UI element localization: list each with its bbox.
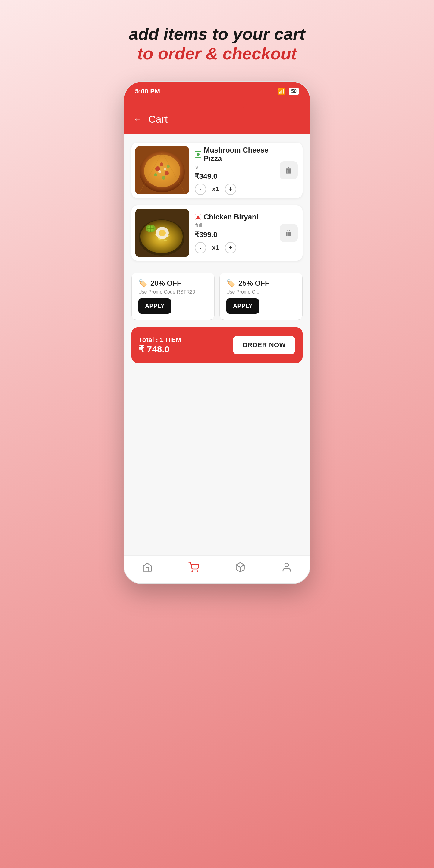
pizza-image-art — [135, 146, 189, 194]
status-time: 5:00 PM — [135, 87, 160, 95]
biryani-variant: full — [195, 222, 278, 229]
svg-point-8 — [162, 176, 165, 180]
svg-point-2 — [144, 155, 180, 187]
item-image-biryani — [135, 209, 189, 257]
svg-point-6 — [154, 173, 157, 176]
biryani-qty-value: x1 — [211, 244, 220, 251]
veg-dot — [196, 153, 199, 156]
biryani-qty-decrease[interactable]: - — [195, 242, 206, 253]
pizza-qty-decrease[interactable]: - — [195, 184, 206, 195]
back-button[interactable]: ← — [133, 114, 142, 124]
promo-code-text-2: Use Promo C... — [226, 289, 296, 295]
nonveg-indicator — [195, 214, 201, 220]
item-details-biryani: Chicken Biryani full ₹399.0 - x1 + — [193, 210, 280, 256]
biryani-price: ₹399.0 — [195, 230, 278, 239]
total-info: Total : 1 ITEM ₹ 748.0 — [138, 336, 181, 354]
trash-icon-biryani: 🗑 — [285, 228, 293, 238]
svg-point-7 — [167, 165, 170, 168]
biryani-qty-increase[interactable]: + — [225, 242, 236, 253]
cart-icon — [188, 562, 199, 572]
svg-point-25 — [192, 571, 193, 572]
item-name-row-biryani: Chicken Biryani — [195, 213, 278, 221]
nonveg-triangle — [196, 215, 200, 219]
page-title: Cart — [148, 113, 167, 125]
notch — [187, 97, 247, 108]
svg-point-4 — [164, 171, 169, 176]
total-amount: ₹ 748.0 — [138, 344, 181, 354]
promo-header-1: 🏷️ 20% OFF — [138, 279, 208, 287]
item-details-pizza: Mushroom Cheese Pizza s ₹349.0 - x1 + — [193, 143, 280, 198]
svg-point-26 — [197, 571, 198, 572]
promo-code-text-1: Use Promo Code RSTR20 — [138, 289, 208, 295]
phone-content: Mushroom Cheese Pizza s ₹349.0 - x1 + 🗑 — [124, 133, 310, 555]
cart-item-pizza: Mushroom Cheese Pizza s ₹349.0 - x1 + 🗑 — [131, 143, 303, 198]
wifi-icon: 📶 — [278, 88, 285, 95]
bottom-nav — [124, 555, 310, 584]
item-image-pizza — [135, 146, 189, 194]
nav-item-home[interactable] — [142, 562, 153, 572]
pizza-delete-button[interactable]: 🗑 — [280, 161, 298, 179]
battery-badge: 50 — [289, 88, 299, 95]
home-icon — [142, 562, 153, 572]
pizza-qty-row: - x1 + — [195, 184, 278, 195]
box-icon — [235, 562, 246, 572]
nav-item-orders[interactable] — [235, 562, 246, 572]
pizza-price: ₹349.0 — [195, 172, 278, 181]
total-bar: Total : 1 ITEM ₹ 748.0 ORDER NOW — [131, 327, 303, 363]
svg-point-5 — [160, 162, 163, 166]
total-label: Total : 1 ITEM — [138, 336, 181, 344]
biryani-qty-row: - x1 + — [195, 242, 278, 253]
phone-header: 5:00 PM 📶 50 ← Cart — [124, 82, 310, 133]
promo-card-2: 🏷️ 25% OFF Use Promo C... APPLY — [219, 273, 303, 320]
promo-tag-icon-1: 🏷️ — [138, 279, 147, 287]
status-bar: 5:00 PM 📶 50 — [124, 82, 310, 97]
headline-line2: to order & checkout — [129, 44, 305, 63]
nav-bar: ← Cart — [124, 108, 310, 133]
svg-point-9 — [158, 170, 161, 173]
headline-block: add items to your cart to order & checko… — [129, 24, 305, 63]
promo-header-2: 🏷️ 25% OFF — [226, 279, 296, 287]
nav-item-profile[interactable] — [281, 562, 292, 572]
nav-item-cart[interactable] — [188, 562, 199, 572]
svg-point-28 — [285, 563, 288, 567]
veg-indicator — [195, 151, 201, 158]
promo-section: 🏷️ 20% OFF Use Promo Code RSTR20 APPLY 🏷… — [131, 273, 303, 320]
pizza-name: Mushroom Cheese Pizza — [204, 146, 278, 163]
headline-line1: add items to your cart — [129, 24, 305, 44]
trash-icon-pizza: 🗑 — [285, 166, 293, 175]
biryani-delete-button[interactable]: 🗑 — [280, 224, 298, 242]
status-right: 📶 50 — [278, 88, 299, 95]
apply-button-2[interactable]: APPLY — [226, 299, 259, 314]
order-now-button[interactable]: ORDER NOW — [233, 336, 296, 354]
biryani-name: Chicken Biryani — [204, 213, 258, 221]
pizza-qty-value: x1 — [211, 186, 220, 193]
svg-point-20 — [158, 230, 166, 236]
svg-point-10 — [164, 167, 166, 170]
promo-discount-2: 25% OFF — [239, 279, 270, 287]
pizza-variant: s — [195, 164, 278, 170]
biryani-image-art — [135, 209, 189, 257]
promo-card-1: 🏷️ 20% OFF Use Promo Code RSTR20 APPLY — [131, 273, 215, 320]
promo-discount-1: 20% OFF — [150, 279, 181, 287]
apply-button-1[interactable]: APPLY — [138, 299, 171, 314]
phone-mockup: 5:00 PM 📶 50 ← Cart — [124, 82, 310, 584]
promo-tag-icon-2: 🏷️ — [226, 279, 236, 287]
item-name-row-pizza: Mushroom Cheese Pizza — [195, 146, 278, 163]
person-icon — [281, 562, 292, 572]
pizza-qty-increase[interactable]: + — [225, 184, 236, 195]
page-container: add items to your cart to order & checko… — [99, 24, 335, 584]
cart-item-biryani: Chicken Biryani full ₹399.0 - x1 + 🗑 — [131, 205, 303, 261]
